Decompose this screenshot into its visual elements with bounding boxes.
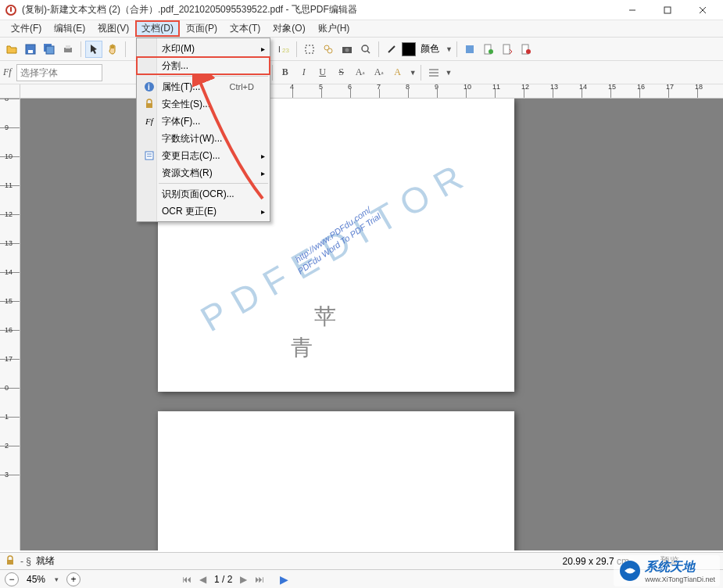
title-bar: (复制)-新建文本文档 (2)（合并）.pdf_2021020509553952… [0,0,723,20]
export-page-icon[interactable] [499,41,516,58]
svg-rect-15 [306,45,313,53]
menu-item-properties[interactable]: i 属性(T)...Ctrl+D [137,78,270,95]
open-icon[interactable] [3,41,20,58]
menu-item-split[interactable]: 分割... [137,57,270,74]
brand-icon [618,559,642,583]
svg-rect-34 [146,103,152,108]
menu-separator [159,76,268,77]
zoom-value[interactable]: 45% [27,574,45,585]
camera-icon[interactable] [338,41,356,58]
first-page-button[interactable]: ⏮ [182,574,191,585]
menu-object[interactable]: 对象(O) [267,20,311,37]
format-toolbar: Ff B I U S Aa Aa A ▼ ▼ [0,61,723,84]
prev-page-button[interactable]: ◀ [199,574,206,585]
svg-rect-9 [46,46,54,54]
search-icon[interactable] [357,41,374,58]
menu-text[interactable]: 文本(T) [224,20,267,37]
menu-view[interactable]: 视图(V) [91,20,135,37]
close-button[interactable] [685,0,720,20]
zoom-in-button[interactable]: + [66,572,81,586]
menu-document[interactable]: 文档(D) [135,20,180,37]
dropdown-arrow-icon[interactable]: ▾ [55,575,59,583]
svg-point-20 [362,45,368,52]
superscript-button[interactable]: Aa [352,64,369,81]
menu-item-ocr[interactable]: 识别页面(OCR)... [137,185,270,203]
menu-edit[interactable]: 编辑(E) [48,20,91,37]
main-area: 8 9 10 11 12 13 14 15 16 17 0 1 2 3 PDFE… [0,99,723,550]
svg-point-28 [526,49,531,54]
play-button[interactable]: ▶ [280,573,288,586]
brand-watermark: 系统天地 www.XiTongTianDi.net [614,555,720,586]
svg-point-17 [327,48,332,53]
add-page-icon[interactable] [480,41,497,58]
dropdown-arrow-icon[interactable]: ▼ [446,69,453,77]
link-icon[interactable] [320,41,337,58]
status-text: 就绪 [36,554,563,568]
save-icon[interactable] [22,41,39,58]
svg-point-19 [345,48,349,52]
maximize-button[interactable] [650,0,685,20]
dropdown-arrow-icon[interactable]: ▼ [410,69,417,77]
select-tool-icon[interactable] [85,41,102,58]
font-color-button[interactable]: A [389,64,406,81]
stamp-icon[interactable] [461,41,478,58]
menu-item-changelog[interactable]: 变更日志(C)...▸ [137,147,270,164]
font-label-icon: Ff [3,66,12,78]
lock-icon [141,99,157,109]
color-swatch[interactable] [402,42,416,56]
menu-file[interactable]: 文件(F) [5,20,48,37]
crop-icon[interactable] [301,41,318,58]
svg-point-25 [489,49,493,54]
main-toolbar: T I23 颜色 ▼ [0,38,723,61]
subscript-button[interactable]: Aa [370,64,388,81]
page-canvas[interactable]: PDFEDITOR http://www.PDFdu.com/ PDFdu Wo… [20,99,723,550]
svg-text:i: i [148,83,150,91]
bold-button[interactable]: B [277,64,294,81]
svg-text:23: 23 [282,47,289,54]
insert-text-icon[interactable]: I23 [275,41,292,58]
menu-item-wordcount[interactable]: 字数统计(W)... [137,130,270,147]
menu-item-ocr-correct[interactable]: OCR 更正(E)▸ [137,203,270,220]
page-char: 青 [291,333,313,363]
menu-account[interactable]: 账户(H) [312,20,356,37]
delete-page-icon[interactable] [517,41,535,58]
svg-rect-38 [7,560,13,565]
svg-line-22 [388,46,395,52]
last-page-button[interactable]: ⏭ [255,574,264,585]
next-page-button[interactable]: ▶ [240,574,247,585]
font-icon: Ff [141,117,157,126]
page-number[interactable]: 1 / 2 [214,574,232,585]
minimize-button[interactable] [614,0,650,20]
menu-bar: 文件(F) 编辑(E) 视图(V) 文档(D) 页面(P) 文本(T) 对象(O… [0,20,723,38]
line-spacing-button[interactable] [425,64,442,81]
menu-page[interactable]: 页面(P) [180,20,224,37]
menu-item-watermark[interactable]: 水印(M)▸ [137,40,270,57]
underline-button[interactable]: U [314,64,331,81]
app-icon [5,4,17,16]
zoom-out-button[interactable]: − [5,572,19,586]
print-icon[interactable] [59,41,77,58]
pdf-page-2[interactable]: TOR PDFdu.com/ PDF Trial 场 [158,411,514,550]
italic-button[interactable]: I [295,64,313,81]
menu-item-fonts[interactable]: Ff 字体(F)... [137,113,270,130]
dropdown-arrow-icon[interactable]: ▼ [446,45,453,53]
eyedropper-icon[interactable] [383,41,400,58]
font-select[interactable] [16,64,102,81]
strike-button[interactable]: S [333,64,350,81]
svg-rect-35 [145,152,153,160]
hand-tool-icon[interactable] [104,41,121,58]
vertical-ruler: 8 9 10 11 12 13 14 15 16 17 0 1 2 3 [0,99,20,550]
svg-rect-11 [66,45,70,48]
svg-text:I: I [278,45,281,54]
menu-item-security[interactable]: 安全性(S)... [137,95,270,113]
log-icon [141,150,157,161]
document-menu-dropdown: 水印(M)▸ 分割... i 属性(T)...Ctrl+D 安全性(S)... … [136,38,270,222]
page-navigation: ⏮ ◀ 1 / 2 ▶ ⏭ ▶ [182,573,288,586]
window-title: (复制)-新建文本文档 (2)（合并）.pdf_2021020509553952… [22,3,614,16]
menu-separator [159,183,268,184]
save-all-icon[interactable] [41,41,58,58]
menu-item-resources[interactable]: 资源文档(R)▸ [137,164,270,181]
svg-rect-7 [28,50,33,53]
color-label: 颜色 [421,42,439,56]
lock-status-icon [5,555,17,568]
